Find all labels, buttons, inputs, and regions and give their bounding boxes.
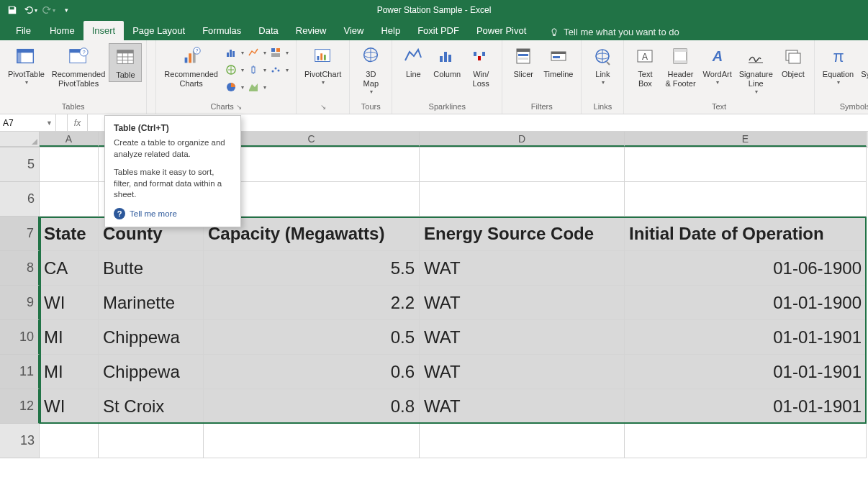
- cell-B8[interactable]: Butte: [99, 251, 204, 286]
- cell-B9[interactable]: Marinette: [99, 286, 204, 320]
- slicer-button[interactable]: Slicer: [507, 43, 540, 81]
- tab-home[interactable]: Home: [41, 21, 83, 40]
- cell-E5[interactable]: [625, 147, 867, 182]
- cell-E8[interactable]: 01-06-1900: [625, 251, 867, 286]
- wordart-button[interactable]: AWordArt▾: [700, 43, 736, 88]
- cell-B10[interactable]: Chippewa: [99, 320, 204, 355]
- pivotchart-dialog-launcher[interactable]: ↘: [320, 103, 326, 111]
- cell-E12[interactable]: 01-01-1901: [625, 389, 867, 424]
- row-header-13[interactable]: 13: [0, 424, 40, 458]
- timeline-button[interactable]: Timeline: [540, 43, 577, 81]
- hierarchy-chart-button[interactable]: ▾: [269, 45, 289, 60]
- object-button[interactable]: Object: [777, 43, 810, 81]
- cell-D11[interactable]: WAT: [420, 355, 625, 389]
- tab-data[interactable]: Data: [250, 21, 286, 40]
- cell-B11[interactable]: Chippewa: [99, 355, 204, 389]
- cell-C8[interactable]: 5.5: [204, 251, 420, 286]
- undo-button[interactable]: ▾: [22, 2, 38, 18]
- cell-A9[interactable]: WI: [40, 286, 99, 320]
- cell-D13[interactable]: [420, 424, 625, 458]
- cell-B12[interactable]: St Croix: [99, 389, 204, 424]
- row-header-10[interactable]: 10: [0, 320, 40, 355]
- row-header-8[interactable]: 8: [0, 251, 40, 286]
- cell-C13[interactable]: [204, 424, 420, 458]
- cell-D6[interactable]: [420, 182, 625, 217]
- cell-E10[interactable]: 01-01-1901: [625, 320, 867, 355]
- map-chart-button[interactable]: ▾: [225, 62, 244, 78]
- column-header-A[interactable]: A: [40, 132, 99, 147]
- cell-A12[interactable]: WI: [40, 389, 99, 424]
- signature-line-button[interactable]: Signature Line▾: [736, 43, 777, 97]
- tab-formulas[interactable]: Formulas: [194, 21, 250, 40]
- cell-E13[interactable]: [625, 424, 867, 458]
- text-box-button[interactable]: AText Box: [628, 43, 661, 90]
- scatter-chart-button[interactable]: ▾: [269, 62, 289, 78]
- line-chart-button[interactable]: ▾: [247, 45, 266, 60]
- tab-foxit-pdf[interactable]: Foxit PDF: [409, 21, 468, 40]
- column-header-D[interactable]: D: [420, 132, 625, 147]
- 3d-map-button[interactable]: 3D Map▾: [354, 43, 387, 97]
- tab-view[interactable]: View: [335, 21, 372, 40]
- save-button[interactable]: [4, 2, 20, 18]
- tab-power-pivot[interactable]: Power Pivot: [468, 21, 535, 40]
- row-header-11[interactable]: 11: [0, 355, 40, 389]
- pivotchart-button[interactable]: PivotChart▾: [301, 43, 345, 88]
- recommended-pivottables-button[interactable]: ? Recommended PivotTables: [48, 43, 109, 90]
- tell-me-search[interactable]: Tell me what you want to do: [549, 27, 679, 40]
- stat-chart-button[interactable]: ▾: [247, 62, 266, 78]
- cell-B13[interactable]: [99, 424, 204, 458]
- tab-help[interactable]: Help: [372, 21, 409, 40]
- redo-button[interactable]: ▾: [40, 2, 56, 18]
- cell-A13[interactable]: [40, 424, 99, 458]
- recommended-charts-button[interactable]: ? Recommended Charts: [161, 43, 222, 90]
- row-header-6[interactable]: 6: [0, 182, 40, 217]
- row-header-12[interactable]: 12: [0, 389, 40, 424]
- tell-me-more-link[interactable]: ?Tell me more: [114, 208, 232, 219]
- row-header-5[interactable]: 5: [0, 147, 40, 182]
- row-header-9[interactable]: 9: [0, 286, 40, 320]
- cell-A11[interactable]: MI: [40, 355, 99, 389]
- select-all-corner[interactable]: [0, 132, 40, 147]
- name-box[interactable]: A7▼: [0, 114, 56, 131]
- cell-E7[interactable]: Initial Date of Operation: [625, 217, 867, 251]
- equation-button[interactable]: πEquation▾: [819, 43, 857, 88]
- tab-review[interactable]: Review: [287, 21, 335, 40]
- cell-C12[interactable]: 0.8: [204, 389, 420, 424]
- cell-D10[interactable]: WAT: [420, 320, 625, 355]
- row-header-7[interactable]: 7: [0, 217, 40, 251]
- cell-D12[interactable]: WAT: [420, 389, 625, 424]
- column-header-E[interactable]: E: [625, 132, 867, 147]
- pivottable-button[interactable]: PivotTable▾: [4, 43, 48, 88]
- sparkline-winloss-button[interactable]: Win/ Loss: [464, 43, 497, 90]
- cell-E6[interactable]: [625, 182, 867, 217]
- cell-C10[interactable]: 0.5: [204, 320, 420, 355]
- header-footer-button[interactable]: Header & Footer: [661, 43, 699, 90]
- tab-file[interactable]: File: [6, 21, 41, 40]
- cell-D5[interactable]: [420, 147, 625, 182]
- cell-A7[interactable]: State: [40, 217, 99, 251]
- cell-E11[interactable]: 01-01-1901: [625, 355, 867, 389]
- column-chart-button[interactable]: ▾: [225, 45, 244, 60]
- tab-page-layout[interactable]: Page Layout: [124, 21, 194, 40]
- qat-customize[interactable]: ▾: [58, 2, 74, 18]
- cell-D9[interactable]: WAT: [420, 286, 625, 320]
- table-button[interactable]: Table: [109, 43, 142, 82]
- cell-C11[interactable]: 0.6: [204, 355, 420, 389]
- link-button[interactable]: Link▾: [586, 43, 619, 88]
- fx-button[interactable]: fx: [68, 114, 88, 131]
- sparkline-line-button[interactable]: Line: [397, 43, 430, 81]
- cell-E9[interactable]: 01-01-1900: [625, 286, 867, 320]
- cell-D7[interactable]: Energy Source Code: [420, 217, 625, 251]
- surface-chart-button[interactable]: ▾: [247, 79, 266, 95]
- pie-chart-button[interactable]: ▾: [225, 79, 244, 95]
- cell-C9[interactable]: 2.2: [204, 286, 420, 320]
- cell-A10[interactable]: MI: [40, 320, 99, 355]
- sparkline-column-button[interactable]: Column: [430, 43, 464, 81]
- symbol-button[interactable]: ΩSymbol: [857, 43, 868, 81]
- tab-insert[interactable]: Insert: [83, 21, 125, 40]
- cell-A5[interactable]: [40, 147, 99, 182]
- cell-A8[interactable]: CA: [40, 251, 99, 286]
- cell-A6[interactable]: [40, 182, 99, 217]
- charts-dialog-launcher[interactable]: ↘: [236, 103, 242, 111]
- cell-D8[interactable]: WAT: [420, 251, 625, 286]
